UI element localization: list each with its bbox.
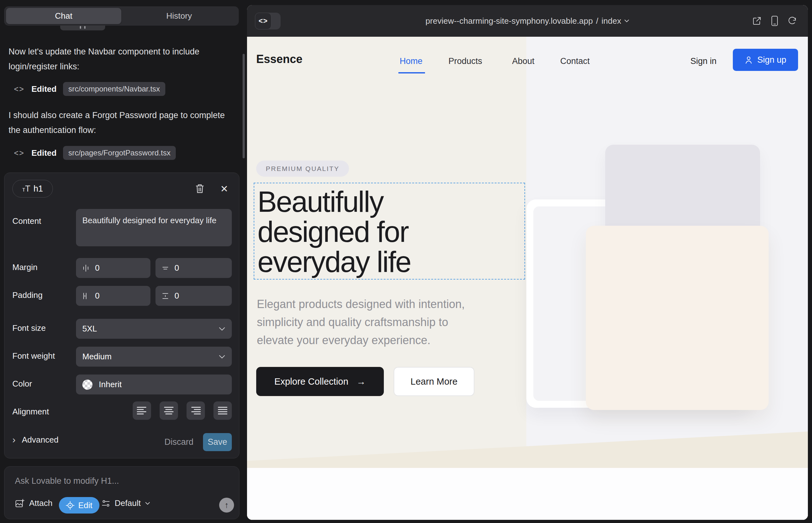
font-size-select[interactable]: 5XL [76, 319, 232, 339]
sliders-icon [101, 499, 110, 508]
edited-file-row: <> Edited src/components/Navbar.tsx [14, 82, 165, 96]
sign-up-button[interactable]: Sign up [733, 49, 798, 71]
learn-more-button[interactable]: Learn More [394, 367, 474, 396]
type-icon: тT [22, 184, 30, 194]
site-viewport: Essence Home Products About Contact Sign… [247, 37, 808, 520]
margin-y-input[interactable]: 0 [156, 258, 232, 278]
hero-heading[interactable]: Beautifully designed for everyday life [258, 187, 411, 277]
padding-horizontal-icon [82, 292, 90, 300]
font-size-label: Font size [12, 323, 46, 333]
decor-card-beige [586, 226, 769, 410]
url-host: preview--charming-site-symphony.lovable.… [426, 16, 593, 26]
code-view-toggle[interactable]: <> [255, 13, 281, 30]
chevron-down-icon [218, 327, 226, 331]
chevron-right-icon: › [12, 434, 16, 445]
chat-message: I should also create a Forgot Password p… [8, 108, 233, 138]
premium-quality-badge: PREMIUM QUALITY [256, 161, 349, 177]
browser-top-bar: preview--charming-site-symphony.lovable.… [247, 5, 808, 37]
align-right-button[interactable] [187, 401, 205, 420]
attach-image-icon [15, 499, 24, 508]
chat-input-panel: Ask Lovable to modify H1... Attach Edit [4, 466, 240, 519]
file-chip[interactable]: src/components/Navbar.tsx [63, 82, 165, 96]
margin-horizontal-icon [82, 264, 90, 272]
nav-link-home[interactable]: Home [400, 56, 422, 66]
close-editor-button[interactable]: ✕ [217, 182, 231, 196]
edit-mode-button[interactable]: Edit [59, 497, 100, 513]
trash-icon [195, 184, 205, 194]
open-external-button[interactable] [750, 5, 764, 37]
padding-vertical-icon [161, 292, 170, 300]
preview-browser-panel: preview--charming-site-symphony.lovable.… [247, 5, 808, 520]
margin-x-input[interactable]: 0 [76, 258, 151, 278]
clipped-scrolled-pill[interactable] [60, 26, 105, 30]
site-logo[interactable]: Essence [256, 53, 302, 66]
align-justify-button[interactable] [213, 401, 232, 420]
advanced-toggle[interactable]: › Advanced [12, 434, 58, 445]
chevron-down-icon [624, 19, 629, 22]
color-select[interactable]: Inherit [76, 375, 232, 395]
margin-vertical-icon [161, 264, 170, 272]
nav-link-contact[interactable]: Contact [560, 56, 590, 66]
active-nav-underline [399, 72, 425, 73]
padding-label: Padding [12, 290, 42, 300]
edited-label: Edited [31, 148, 56, 158]
tab-history[interactable]: History [121, 8, 237, 24]
external-link-icon [752, 16, 762, 26]
content-textarea[interactable]: Beautifully designed for everyday life [76, 209, 232, 246]
sidebar-scrollbar[interactable] [243, 54, 245, 158]
edited-label: Edited [31, 84, 56, 94]
target-icon [66, 501, 74, 510]
selected-element-tag: тT h1 [12, 180, 53, 198]
sign-in-link[interactable]: Sign in [690, 56, 717, 66]
close-icon: ✕ [220, 183, 228, 194]
chat-message: Now let's update the Navbar component to… [8, 44, 233, 74]
refresh-icon [788, 16, 797, 26]
hero-paragraph: Elegant products designed with intention… [257, 295, 561, 349]
attach-button[interactable]: Attach [15, 498, 53, 508]
url-separator: / [596, 16, 598, 26]
align-center-button[interactable] [160, 401, 178, 420]
pill-tick-icon [84, 26, 86, 29]
nav-link-about[interactable]: About [512, 56, 534, 66]
color-swatch [82, 380, 92, 390]
model-default-selector[interactable]: Default [101, 498, 150, 508]
chat-history-tab-bar: Chat History [4, 6, 239, 26]
alignment-label: Alignment [12, 407, 49, 417]
send-button[interactable]: ↑ [219, 498, 234, 512]
edited-file-row: <> Edited src/pages/ForgotPassword.tsx [14, 146, 176, 160]
delete-element-button[interactable] [193, 182, 207, 196]
file-chip[interactable]: src/pages/ForgotPassword.tsx [63, 146, 176, 160]
mobile-view-button[interactable] [768, 5, 782, 37]
user-icon [744, 56, 753, 64]
code-icon: <> [255, 13, 271, 30]
save-button[interactable]: Save [203, 433, 232, 451]
discard-button[interactable]: Discard [161, 433, 197, 451]
font-weight-label: Font weight [12, 351, 55, 361]
arrow-right-icon: → [357, 376, 366, 387]
url-page: index [601, 16, 621, 26]
code-icon: <> [14, 85, 24, 94]
refresh-button[interactable] [785, 5, 799, 37]
chat-input[interactable]: Ask Lovable to modify H1... [15, 476, 119, 486]
color-label: Color [12, 379, 32, 389]
tab-chat[interactable]: Chat [6, 8, 121, 24]
url-bar[interactable]: preview--charming-site-symphony.lovable.… [247, 5, 808, 37]
element-editor-panel: тT h1 ✕ Content Beautifully designed for… [4, 173, 240, 458]
font-weight-select[interactable]: Medium [76, 347, 232, 366]
app-window: Chat History Now let's update the Navbar… [0, 0, 812, 523]
code-icon: <> [14, 148, 24, 158]
padding-x-input[interactable]: 0 [76, 286, 151, 306]
align-left-button[interactable] [133, 401, 151, 420]
content-label: Content [12, 216, 41, 226]
next-section-background [247, 468, 808, 520]
explore-collection-button[interactable]: Explore Collection → [256, 367, 384, 396]
nav-link-products[interactable]: Products [448, 56, 482, 66]
margin-label: Margin [12, 263, 37, 272]
chevron-down-icon [218, 355, 226, 359]
arrow-up-icon: ↑ [225, 500, 229, 510]
padding-vertical-input[interactable]: 0 [156, 286, 232, 306]
pill-tick-icon [80, 26, 81, 29]
chevron-down-icon [145, 502, 150, 505]
smartphone-icon [771, 16, 778, 26]
